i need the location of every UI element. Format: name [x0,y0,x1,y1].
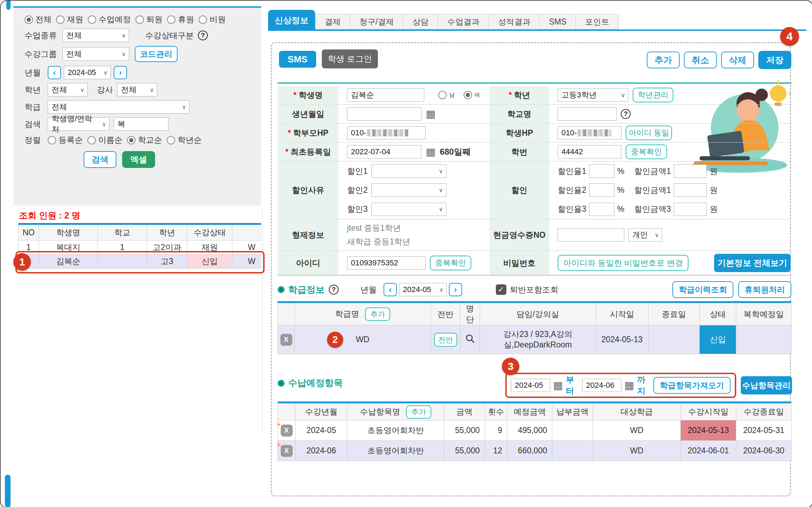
sort-radio-grade[interactable]: 학년순 [167,135,202,146]
radio-icon[interactable] [127,136,135,144]
status-radio-withdrawn[interactable]: 퇴원 [135,14,162,25]
leave-process-button[interactable]: 휴퇴원처리 [738,281,791,298]
status-radio-all[interactable]: 전체 [25,14,52,25]
sort-radio-registered[interactable]: 등록순 [48,135,83,146]
item-add-button[interactable]: 추가 [406,405,431,419]
radio-icon[interactable] [199,15,207,24]
student-no-input[interactable] [558,145,621,158]
class-type-select[interactable]: 전체∨ [62,29,129,42]
tab-point[interactable]: 포인트 [576,14,619,29]
help-icon[interactable]: ? [621,109,631,119]
calendar-icon[interactable]: ▦ [426,147,435,157]
class-add-button[interactable]: 추가 [365,307,390,321]
month-select[interactable]: 2024-05∨ [64,66,111,79]
search-button[interactable]: 검색 [84,151,117,168]
discount-rate3-input[interactable] [589,203,614,216]
chevron-left-icon[interactable]: ‹ [48,66,61,79]
gender-male-radio[interactable]: 남 [438,91,455,99]
tab-billing-payment[interactable]: 청구/결제 [350,14,403,29]
sms-button[interactable]: SMS [279,51,316,68]
include-dropped-checkbox[interactable]: ✓ [496,284,506,295]
fetch-class-items-button[interactable]: 학급항목가져오기 [653,377,731,394]
first-reg-input[interactable] [347,145,421,158]
discount-amount3-input[interactable] [674,203,707,216]
grade-filter-select[interactable]: 전체∨ [48,83,88,96]
radio-icon[interactable] [167,136,175,144]
all-classes-button[interactable]: 전반 [434,333,457,347]
student-hp-input[interactable]: 010- [558,126,621,140]
search-input[interactable] [114,117,168,131]
remove-class-x-icon[interactable]: X [280,334,292,346]
calendar-icon[interactable]: ▦ [553,380,563,391]
tab-personal-info[interactable]: 신상정보 [268,10,315,31]
group-select[interactable]: 전체∨ [62,47,129,61]
teacher-filter-select[interactable]: 전체∨ [117,83,157,96]
id-input[interactable] [347,256,426,270]
radio-icon[interactable] [135,15,144,24]
calendar-icon[interactable]: ▦ [624,380,634,391]
delete-button[interactable]: 삭제 [721,52,754,68]
student-row[interactable]: 1 복대지 1 고2이과 재원 W [19,241,261,255]
calendar-icon[interactable]: ▦ [426,109,435,119]
code-manage-button[interactable]: 코드관리 [135,46,178,62]
class-history-button[interactable]: 학급이력조회 [672,281,733,298]
school-input[interactable] [558,107,617,121]
radio-icon[interactable] [48,136,56,144]
grade-select[interactable]: 고등3학년∨ [558,88,628,102]
cash-receipt-type-select[interactable]: 개인∨ [628,228,662,242]
status-radio-nonmember[interactable]: 비원 [199,14,226,25]
remove-row-x-icon[interactable]: X [281,445,293,457]
discount1-select[interactable]: ∨ [371,164,446,178]
excel-button[interactable]: 엑셀 [122,151,155,168]
radio-icon[interactable] [464,91,472,99]
tab-counseling[interactable]: 상담 [403,14,438,29]
tab-class-result[interactable]: 수업결과 [438,14,489,29]
discount-rate2-input[interactable] [589,183,614,197]
tab-payment[interactable]: 결제 [315,14,350,29]
grade-manage-button[interactable]: 학년관리 [633,88,673,102]
discount-rate1-input[interactable] [589,164,614,178]
chevron-right-icon[interactable]: › [449,283,462,296]
radio-icon[interactable] [87,136,96,144]
status-radio-enrolled[interactable]: 재원 [56,14,83,25]
sort-radio-name[interactable]: 이름순 [87,135,122,146]
help-icon[interactable]: ? [329,285,339,295]
gender-female-radio[interactable]: 여 [464,91,480,99]
manage-items-button[interactable]: 수납항목관리 [741,376,792,394]
radio-icon[interactable] [25,15,33,24]
billing-to-input[interactable] [582,379,621,392]
help-icon[interactable]: ? [198,31,208,40]
class-filter-select[interactable]: 전체∨ [48,100,189,114]
tab-sms[interactable]: SMS [540,14,576,29]
chevron-left-icon[interactable]: ‹ [384,283,397,296]
birth-input[interactable] [347,107,421,121]
add-button[interactable]: 추가 [647,52,680,68]
discount-amount2-input[interactable] [674,183,707,197]
billing-from-input[interactable] [511,379,550,392]
student-name-input[interactable] [347,88,424,102]
remove-row-x-icon[interactable]: X [281,425,293,437]
roster-search-icon[interactable] [465,333,475,344]
radio-icon[interactable] [438,91,447,99]
dup-check-button[interactable]: 중복확인 [626,144,667,159]
view-all-info-button[interactable]: 기본정보 전체보기 [714,254,791,272]
password-change-button[interactable]: 아이디와 동일한 비밀번호로 변경 [558,255,688,271]
dup-check-button[interactable]: 중복확인 [430,256,471,270]
tab-grade-result[interactable]: 성적결과 [489,14,540,29]
cash-receipt-input[interactable] [558,228,624,242]
billing-row[interactable]: +X 2024-06 초등영어회차반 55,000 12 660,000 WD … [278,441,792,461]
parent-hp-input[interactable]: 010- [347,126,426,140]
billing-row[interactable]: +X 2024-05 초등영어회차반 55,000 9 495,000 WD 2… [278,420,792,441]
class-month-select[interactable]: 2024-05∨ [399,283,447,296]
sort-radio-school[interactable]: 학교순 [127,135,162,146]
radio-icon[interactable] [167,15,175,24]
same-as-id-button[interactable]: 아이디 동일 [626,126,672,140]
status-radio-leave[interactable]: 휴원 [167,14,194,25]
save-button[interactable]: 저장 [758,51,791,69]
chevron-right-icon[interactable]: › [114,66,127,79]
status-radio-scheduled[interactable]: 수업예정 [88,14,131,25]
radio-icon[interactable] [88,15,96,24]
add-row-plus-icon[interactable]: + [278,441,281,450]
discount3-select[interactable]: ∨ [371,203,446,216]
cancel-button[interactable]: 취소 [684,52,717,68]
